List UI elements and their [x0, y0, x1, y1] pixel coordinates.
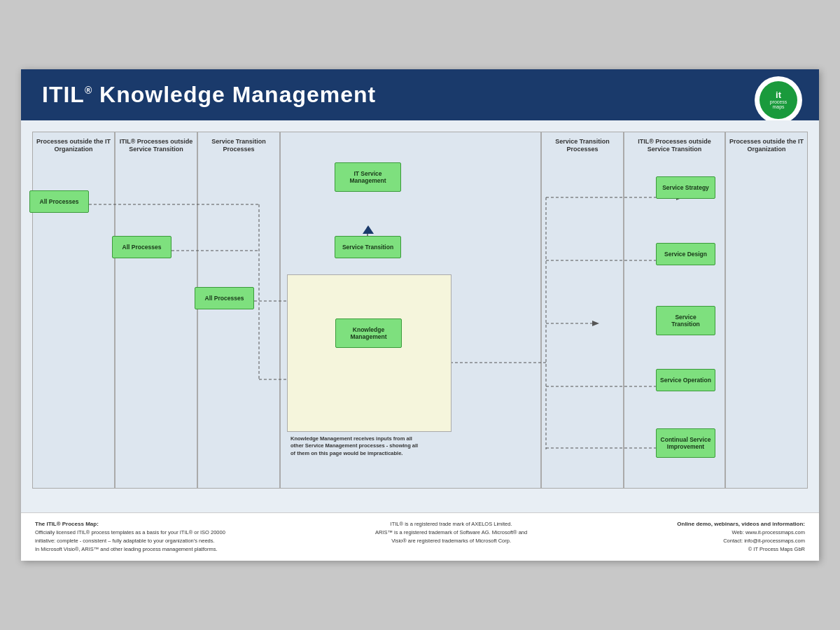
- service-operation-box[interactable]: Service Operation: [656, 369, 715, 391]
- lane-left2-header: ITIL® Processes outside Service Transiti…: [115, 132, 197, 171]
- logo: it process maps: [755, 76, 802, 124]
- footer-left: The ITIL® Process Map: Officially licens…: [35, 520, 225, 554]
- continual-improvement-box[interactable]: Continual Service Improvement: [656, 428, 715, 458]
- footer-left-line2: initiative: complete - consistent – full…: [35, 537, 225, 545]
- lane-itil-processes-left: ITIL® Processes outside Service Transiti…: [115, 132, 197, 489]
- footer-right-line1: Web: www.it-processmaps.com: [677, 528, 805, 537]
- lane-right1-header: Processes outside the IT Organization: [726, 132, 807, 171]
- footer-right-title: Online demo, webinars, videos and inform…: [677, 520, 805, 529]
- header: ITIL® Knowledge Management it process ma…: [21, 69, 819, 120]
- lane-left3-header: Service Transition Processes: [198, 132, 279, 171]
- lane-processes-outside-left: Processes outside the IT Organization: [32, 132, 115, 489]
- footer-right: Online demo, webinars, videos and inform…: [677, 520, 805, 554]
- km-outer-container: Knowledge Management: [287, 274, 451, 432]
- footer-right-line3: © IT Process Maps GbR: [677, 545, 805, 554]
- logo-maps-text: maps: [772, 104, 784, 109]
- lane-right3-header: Service Transition Processes: [542, 132, 623, 171]
- title-itil: ITIL: [42, 82, 85, 107]
- footer-right-line2: Contact: info@it-processmaps.com: [677, 537, 805, 545]
- logo-process-text: process: [770, 99, 788, 104]
- service-strategy-box[interactable]: Service Strategy: [656, 176, 715, 199]
- title-subtitle: Knowledge Management: [92, 82, 376, 107]
- lane-left1-header: Processes outside the IT Organization: [33, 132, 114, 171]
- footer-center-line1: ITIL® is a registered trade mark of AXEL…: [375, 520, 527, 528]
- footer-left-line1: Officially licensed ITIL® process templa…: [35, 528, 225, 537]
- footer-left-title: The ITIL® Process Map:: [35, 520, 225, 529]
- title-sup: ®: [85, 85, 92, 96]
- logo-it-text: it: [776, 90, 781, 99]
- footer-center: ITIL® is a registered trade mark of AXEL…: [375, 520, 527, 545]
- logo-inner: it process maps: [760, 81, 797, 119]
- diagram-area: Processes outside the IT Organization IT…: [21, 120, 819, 512]
- page: ITIL® Knowledge Management it process ma…: [21, 69, 819, 561]
- all-processes-box-2[interactable]: All Processes: [112, 236, 172, 258]
- footer-center-line2: ARIS™ is a registered trademark of Softw…: [375, 528, 527, 537]
- lane-service-transition-left: Service Transition Processes: [197, 132, 280, 489]
- service-transition-right-box[interactable]: Service Transition: [656, 306, 715, 335]
- page-title: ITIL® Knowledge Management: [42, 82, 376, 108]
- all-processes-box-3[interactable]: All Processes: [195, 287, 254, 309]
- all-processes-box-1[interactable]: All Processes: [29, 190, 89, 213]
- service-design-box[interactable]: Service Design: [656, 243, 715, 265]
- service-transition-box[interactable]: Service Transition: [335, 236, 401, 258]
- it-service-mgmt-box[interactable]: IT Service Management: [335, 162, 401, 192]
- note-text: Knowledge Management receives inputs fro…: [290, 435, 424, 458]
- footer: The ITIL® Process Map: Officially licens…: [21, 512, 819, 561]
- footer-left-line3: In Microsoft Visio®, ARIS™ and other lea…: [35, 545, 225, 554]
- lane-right2-header: ITIL® Processes outside Service Transiti…: [624, 132, 724, 171]
- lane-service-transition-right: Service Transition Processes: [541, 132, 624, 489]
- up-arrow-icon: [363, 225, 374, 234]
- lane-processes-outside-right: Processes outside the IT Organization: [725, 132, 808, 489]
- footer-center-line3: Visio® are registered trademarks of Micr…: [375, 537, 527, 545]
- knowledge-mgmt-box[interactable]: Knowledge Management: [335, 318, 402, 348]
